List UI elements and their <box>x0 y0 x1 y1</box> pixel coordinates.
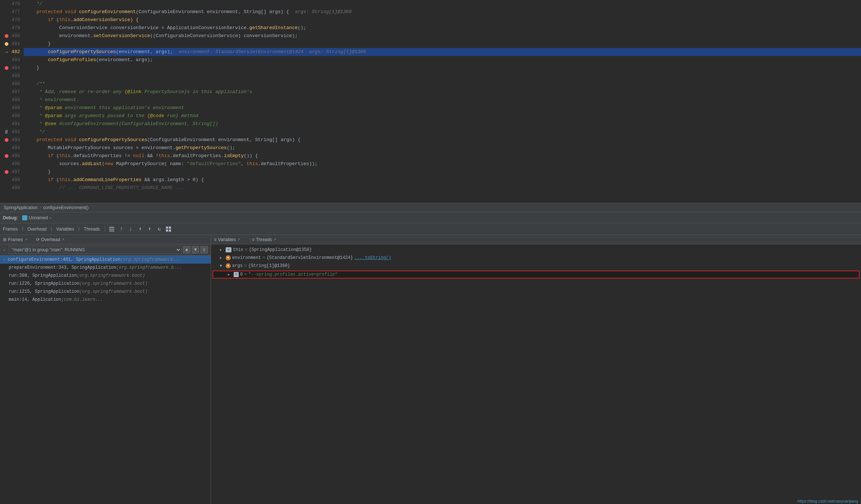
code-line-482: configurePropertySources(environment, ar… <box>24 48 861 56</box>
toolbar-btn-step-out[interactable]: ⬆ <box>145 225 154 233</box>
frame-org-1: (org.springframework.b... <box>116 265 182 270</box>
threads-toolbar-label: Threads <box>84 227 100 232</box>
var-row-environment[interactable]: ▶ ● environment = {StandardServletEnviro… <box>211 254 861 262</box>
url-bar: https://blog.csdn.net/caoyuanjiang <box>795 498 861 504</box>
var-eq-env: = <box>262 255 265 260</box>
frame-org-4: (org.springframework.boot) <box>79 289 147 294</box>
var-value-env: {StandardServletEnvironment@1424} <box>266 255 353 260</box>
frame-org-0: (org.springframework... <box>120 257 181 262</box>
frame-item-3[interactable]: run:1226, SpringApplication (org.springf… <box>0 280 211 288</box>
code-line-494: MutablePropertySources sources = environ… <box>24 144 861 152</box>
toolbar-btn-reorder[interactable] <box>107 225 116 233</box>
frame-item-1[interactable]: prepareEnvironment:343, SpringApplicatio… <box>0 264 211 272</box>
toolbar-btn-grid[interactable] <box>164 225 173 233</box>
overhead-arrow: ↗ <box>62 237 64 241</box>
toolbar-btn-down[interactable]: ↓ <box>126 225 135 233</box>
frame-item-0[interactable]: ✓ configureEnvironment:481, SpringApplic… <box>0 256 211 264</box>
code-line-498: if (this.addCommandLineProperties && arg… <box>24 176 861 184</box>
variables-panel-title: ≡ Variables ↗ <box>214 237 240 242</box>
toolbar-divider <box>105 226 105 232</box>
frame-selected-icon: ✓ <box>3 257 5 263</box>
var-icon-env: ● <box>226 255 231 260</box>
svg-rect-1 <box>109 229 114 229</box>
variables-arrow: ↗ <box>237 237 240 241</box>
frames-title-label: Frames <box>8 237 23 242</box>
svg-rect-3 <box>166 227 168 229</box>
var-toggle-this[interactable]: ▶ <box>220 248 226 252</box>
code-line-499: // ... COMMAND_LINE_PROPERTY_SOURCE_NAME… <box>24 184 861 192</box>
code-line-497: } <box>24 168 861 176</box>
var-row-0[interactable]: ▶ ≡ 0 = "--spring.profiles.active=profil… <box>213 271 860 279</box>
var-row-args[interactable]: ▼ ● args = {String[1]@1360} <box>211 262 861 270</box>
svg-rect-6 <box>169 229 171 232</box>
variables-title-label: Variables <box>218 237 236 242</box>
debug-panel: Debug: Unnamed × Frames | Overhead | Var… <box>0 212 861 504</box>
code-line-490: * @param args arguments passed to the {@… <box>24 112 861 120</box>
code-line-485 <box>24 72 861 80</box>
frame-method-3: run:1226, SpringApplication <box>9 281 79 286</box>
code-lines: */ protected void configureEnvironment(C… <box>24 0 861 211</box>
threads-title-label: Threads <box>256 237 272 242</box>
frame-item-5[interactable]: main:14, Application (com.bi.learn... <box>0 296 211 304</box>
code-line-478: if (this.addConversionService) { <box>24 16 861 24</box>
frames-sep: | <box>21 227 24 231</box>
code-line-480: environment.setConversionService((Config… <box>24 32 861 40</box>
variable-tree: ▶ ≡ this = {SpringApplication@1358} ▶ ● … <box>211 244 861 504</box>
var-link-env[interactable]: ... toString() <box>354 255 391 260</box>
thread-nav-down[interactable]: ▼ <box>192 246 199 253</box>
toolbar-btn-step-into[interactable]: ⬇ <box>136 225 144 233</box>
frame-method-0: configureEnvironment:481, SpringApplicat… <box>8 257 120 262</box>
toolbar-btn-up[interactable]: ↑ <box>117 225 126 233</box>
var-icon-args: ● <box>226 263 231 268</box>
frame-item-2[interactable]: run:308, SpringApplication (org.springfr… <box>0 272 211 280</box>
svg-rect-4 <box>169 227 171 229</box>
thread-dropdown[interactable]: "main"@1 in group "main": RUNNING <box>9 246 182 254</box>
var-name-0: 0 <box>240 272 243 277</box>
var-icon-0: ≡ <box>234 272 239 277</box>
frame-org-5: (com.bi.learn... <box>61 297 103 302</box>
code-line-489: * @param environment this application's … <box>24 104 861 112</box>
url-text: https://blog.csdn.net/caoyuanjiang <box>798 499 858 503</box>
close-tab-icon[interactable]: × <box>49 216 51 220</box>
code-line-493: protected void configurePropertySources(… <box>24 136 861 144</box>
svg-rect-0 <box>109 227 114 228</box>
code-line-476: */ <box>24 0 861 8</box>
breadcrumb-separator: › <box>39 205 41 210</box>
code-line-486: /** <box>24 80 861 88</box>
code-line-492: */ <box>24 128 861 136</box>
var-toggle-env[interactable]: ▶ <box>220 256 226 260</box>
thread-filter[interactable]: ▽ <box>201 246 208 253</box>
variables-icon: ≡ <box>214 237 217 242</box>
overhead-label: Overhead <box>27 227 47 232</box>
var-value-0: "--spring.profiles.active=profile" <box>248 272 337 277</box>
code-line-487: * Add, remove or re-order any {@link Pro… <box>24 88 861 96</box>
var-sep: | <box>78 227 80 231</box>
var-name-env: environment <box>232 255 261 260</box>
frame-method-5: main:14, Application <box>9 297 61 302</box>
frame-item-4[interactable]: run:1215, SpringApplication (org.springf… <box>0 288 211 296</box>
var-name-this: this <box>233 247 243 252</box>
var-row-this[interactable]: ▶ ≡ this = {SpringApplication@1358} <box>211 246 861 254</box>
var-eq-0: = <box>244 272 247 277</box>
frames-arrow: ↗ <box>24 237 27 241</box>
tab-unnamed[interactable]: Unnamed × <box>19 215 54 221</box>
breadcrumb-item-2: configureEnvironment() <box>43 205 89 210</box>
frames-panel-header: ⊞ Frames ↗ ⟳ Overhead ↗ <box>0 235 211 244</box>
code-line-479: ConversionService conversionService = Ap… <box>24 24 861 32</box>
var-toggle-0[interactable]: ▶ <box>228 272 234 277</box>
toolbar-btn-run-cursor[interactable]: ↻ <box>155 225 163 233</box>
threads-arrow: ↗ <box>273 237 276 241</box>
var-toggle-args[interactable]: ▼ <box>220 264 226 268</box>
variables-panel-header: ≡ Variables ↗ ≡ Threads ↗ <box>211 235 861 244</box>
variables-panel: ≡ Variables ↗ ≡ Threads ↗ ▶ ≡ this = <box>211 235 861 504</box>
thread-nav-up[interactable]: ▲ <box>183 246 190 253</box>
line-numbers: 476 477 478 479 480 <box>0 0 24 211</box>
variables-toolbar-label: Variables <box>56 227 74 232</box>
var-icon-this: ≡ <box>226 247 231 252</box>
code-line-477: protected void configureEnvironment(Conf… <box>24 8 861 16</box>
frame-method-2: run:308, SpringApplication <box>9 273 77 278</box>
var-value-args: {String[1]@1360} <box>248 263 290 268</box>
breadcrumb: SpringApplication › configureEnvironment… <box>0 203 861 212</box>
thread-check-icon: ✓ <box>3 247 6 253</box>
var-eq-args: = <box>244 263 247 268</box>
